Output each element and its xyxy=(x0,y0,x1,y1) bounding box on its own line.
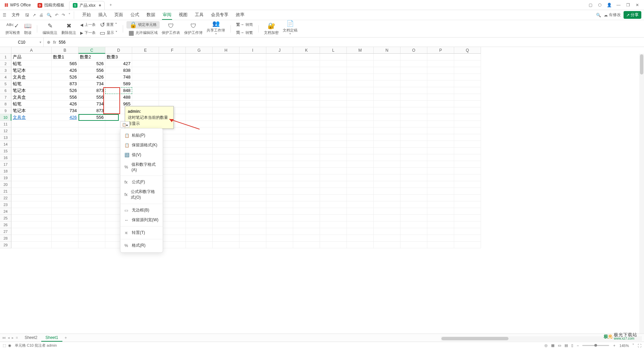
cell[interactable] xyxy=(454,174,481,181)
cell[interactable] xyxy=(78,141,105,148)
paste-menu-item[interactable]: fx公式(F) xyxy=(120,177,163,187)
col-header-K[interactable]: K xyxy=(293,47,320,54)
cell[interactable] xyxy=(213,188,239,195)
cell[interactable] xyxy=(132,54,159,60)
menu-tab-6[interactable]: 视图 xyxy=(178,10,188,20)
cell[interactable]: 873 xyxy=(78,107,105,114)
cell[interactable] xyxy=(427,174,454,181)
cell[interactable] xyxy=(427,195,454,201)
cell[interactable]: 文具盒 xyxy=(11,94,52,101)
export-icon[interactable]: ↗ xyxy=(33,13,36,17)
cell[interactable] xyxy=(11,154,52,161)
spellcheck-button[interactable]: ᴬᴮᶜ✓拼写检查 xyxy=(3,21,22,36)
row-header-28[interactable]: 28 xyxy=(0,235,11,242)
cell[interactable] xyxy=(454,60,481,67)
cell[interactable] xyxy=(266,60,293,67)
cell[interactable] xyxy=(132,67,159,74)
cell[interactable] xyxy=(427,81,454,87)
cell[interactable] xyxy=(52,215,78,221)
cell[interactable] xyxy=(186,134,213,141)
cell[interactable] xyxy=(374,174,400,181)
cell[interactable] xyxy=(293,54,320,60)
cell[interactable] xyxy=(213,181,239,188)
cell[interactable] xyxy=(374,134,400,141)
vertical-scrollbar[interactable] xyxy=(639,54,644,334)
cell[interactable] xyxy=(320,242,347,248)
cell[interactable] xyxy=(186,81,213,87)
zoom-out-icon[interactable]: − xyxy=(577,344,579,348)
menu-tab-5[interactable]: 审阅 xyxy=(162,10,172,20)
cell[interactable] xyxy=(347,242,374,248)
cell[interactable] xyxy=(320,94,347,101)
cell[interactable] xyxy=(347,114,374,121)
cell[interactable] xyxy=(52,201,78,208)
cell[interactable] xyxy=(374,215,400,221)
cell[interactable] xyxy=(186,107,213,114)
cell[interactable] xyxy=(239,128,266,134)
cell[interactable] xyxy=(320,195,347,201)
fullscreen-icon[interactable]: ⛶ xyxy=(638,344,641,348)
cell[interactable]: 铅笔 xyxy=(11,101,52,107)
col-header-D[interactable]: D xyxy=(105,47,132,54)
cell[interactable] xyxy=(239,114,266,121)
cell[interactable] xyxy=(11,121,52,128)
cell[interactable] xyxy=(186,101,213,107)
undo-icon[interactable]: ↶ xyxy=(55,13,58,17)
name-box-input[interactable] xyxy=(8,40,35,45)
col-header-H[interactable]: H xyxy=(213,47,239,54)
cell[interactable] xyxy=(293,87,320,94)
cell[interactable] xyxy=(132,87,159,94)
cell[interactable] xyxy=(347,208,374,215)
cell[interactable] xyxy=(266,228,293,235)
cell[interactable] xyxy=(159,161,186,168)
tab-add[interactable]: ＋ xyxy=(107,1,115,9)
cell[interactable] xyxy=(11,168,52,174)
cell[interactable] xyxy=(159,235,186,242)
cell[interactable] xyxy=(427,221,454,228)
cell[interactable] xyxy=(11,188,52,195)
cell[interactable] xyxy=(347,101,374,107)
cell[interactable]: 526 xyxy=(78,60,105,67)
del-comment-button[interactable]: ✖删除批注 xyxy=(59,21,78,36)
cell[interactable]: 848 xyxy=(105,87,132,94)
cell[interactable] xyxy=(266,221,293,228)
cell[interactable] xyxy=(374,201,400,208)
cell[interactable] xyxy=(239,195,266,201)
cell[interactable] xyxy=(400,208,427,215)
cell[interactable] xyxy=(186,141,213,148)
view-eye-icon[interactable]: ◎ xyxy=(544,343,548,348)
cell[interactable] xyxy=(320,188,347,195)
cell[interactable] xyxy=(347,74,374,81)
cell[interactable] xyxy=(159,148,186,154)
cell[interactable]: 数量3 xyxy=(105,54,132,60)
menu-tab-0[interactable]: 开始 xyxy=(82,10,92,20)
cell[interactable] xyxy=(239,81,266,87)
row-header-21[interactable]: 21 xyxy=(0,188,11,195)
cell[interactable] xyxy=(11,221,52,228)
cell[interactable] xyxy=(454,228,481,235)
cell[interactable] xyxy=(159,67,186,74)
cell[interactable] xyxy=(239,181,266,188)
col-header-G[interactable]: G xyxy=(186,47,213,54)
reset-comment-button[interactable]: ↺重置 ˅ xyxy=(98,21,119,29)
cell[interactable] xyxy=(454,154,481,161)
to-simp-button[interactable]: 繁→转简 xyxy=(234,21,255,29)
cell[interactable]: 426 xyxy=(78,74,105,81)
cell[interactable]: 556 xyxy=(78,94,105,101)
cell[interactable] xyxy=(239,141,266,148)
cells[interactable]: 产品数量1数量2数量3铅笔565526427笔记本426556838文具盒526… xyxy=(11,54,481,248)
cell[interactable] xyxy=(320,67,347,74)
col-header-P[interactable]: P xyxy=(427,47,454,54)
cell[interactable] xyxy=(347,235,374,242)
cell[interactable] xyxy=(427,101,454,107)
cell[interactable]: 426 xyxy=(52,101,78,107)
cell[interactable] xyxy=(374,128,400,134)
cell[interactable]: 488 xyxy=(105,94,132,101)
cell[interactable] xyxy=(293,215,320,221)
cell[interactable] xyxy=(186,235,213,242)
show-comment-button[interactable]: ▭显示 ˅ xyxy=(98,29,119,37)
cell[interactable] xyxy=(78,134,105,141)
row-header-8[interactable]: 8 xyxy=(0,101,11,107)
cell[interactable] xyxy=(266,74,293,81)
cell[interactable] xyxy=(213,201,239,208)
